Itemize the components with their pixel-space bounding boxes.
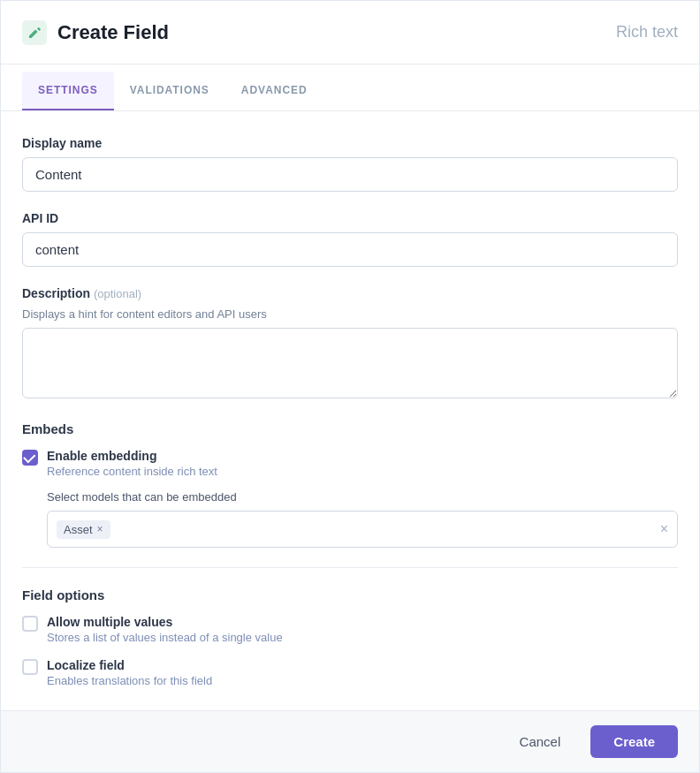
multiple-values-row: Allow multiple values Stores a list of v… xyxy=(22,615,678,644)
embed-select-label: Select models that can be embedded xyxy=(47,490,678,504)
field-options-section: Field options Allow multiple values Stor… xyxy=(22,587,678,687)
field-options-title: Field options xyxy=(22,587,678,602)
display-name-group: Display name xyxy=(22,136,678,192)
description-label: Description (optional) xyxy=(22,286,678,300)
create-button[interactable]: Create xyxy=(590,725,678,758)
embeds-section-title: Embeds xyxy=(22,421,678,436)
tab-advanced[interactable]: ADVANCED xyxy=(225,72,323,110)
description-group: Description (optional) Displays a hint f… xyxy=(22,286,678,402)
localize-field-label: Localize field xyxy=(47,658,212,672)
asset-tag-close[interactable]: × xyxy=(97,524,103,534)
enable-embedding-row: Enable embedding Reference content insid… xyxy=(22,449,678,478)
description-hint: Displays a hint for content editors and … xyxy=(22,307,678,321)
asset-tag-label: Asset xyxy=(64,523,93,536)
localize-field-row: Localize field Enables translations for … xyxy=(22,658,678,687)
api-id-input[interactable] xyxy=(22,232,678,267)
clear-all-tags[interactable]: × xyxy=(660,522,668,536)
enable-embedding-desc: Reference content inside rich text xyxy=(47,465,217,478)
enable-embedding-label: Enable embedding xyxy=(47,449,217,463)
multiple-values-label: Allow multiple values xyxy=(47,615,283,629)
localize-field-checkbox[interactable] xyxy=(22,659,38,675)
edit-icon xyxy=(22,20,47,45)
field-type-label: Rich text xyxy=(616,23,678,42)
cancel-button[interactable]: Cancel xyxy=(500,725,581,758)
asset-tag: Asset × xyxy=(57,520,110,539)
page-title: Create Field xyxy=(57,21,169,44)
create-field-modal: Create Field Rich text SETTINGS VALIDATI… xyxy=(0,0,700,773)
embed-select-section: Select models that can be embedded Asset… xyxy=(47,490,678,548)
display-name-label: Display name xyxy=(22,136,678,150)
api-id-group: API ID xyxy=(22,211,678,267)
tab-settings[interactable]: SETTINGS xyxy=(22,72,114,110)
display-name-input[interactable] xyxy=(22,157,678,192)
embeds-section: Embeds Enable embedding Reference conten… xyxy=(22,421,678,548)
enable-embedding-checkbox[interactable] xyxy=(22,450,38,466)
tabs-bar: SETTINGS VALIDATIONS ADVANCED xyxy=(1,72,699,111)
multiple-values-checkbox[interactable] xyxy=(22,616,38,632)
description-textarea[interactable] xyxy=(22,328,678,398)
optional-label: (optional) xyxy=(94,287,141,300)
modal-footer: Cancel Create xyxy=(1,710,699,772)
api-id-label: API ID xyxy=(22,211,678,225)
tab-validations[interactable]: VALIDATIONS xyxy=(114,72,225,110)
divider xyxy=(22,567,678,568)
header-left: Create Field xyxy=(22,20,169,45)
modal-header: Create Field Rich text xyxy=(1,1,699,64)
localize-field-desc: Enables translations for this field xyxy=(47,674,212,687)
embed-model-select[interactable]: Asset × × xyxy=(47,511,678,548)
form-content: Display name API ID Description (optiona… xyxy=(1,111,699,710)
multiple-values-desc: Stores a list of values instead of a sin… xyxy=(47,631,283,644)
